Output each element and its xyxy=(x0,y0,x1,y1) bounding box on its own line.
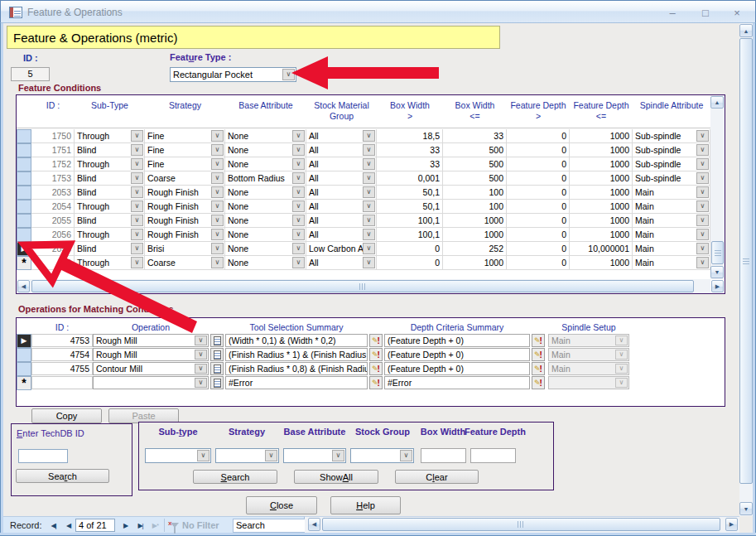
filter-box-width-input[interactable] xyxy=(421,448,466,463)
filter-strategy-combobox[interactable]: ∨ xyxy=(215,448,279,463)
first-record-button[interactable]: ◀| xyxy=(46,519,60,532)
feature-type-label: Feature Type : xyxy=(170,52,231,62)
previous-record-button[interactable]: ◀ xyxy=(61,519,75,532)
close-button[interactable]: Close xyxy=(246,496,317,514)
last-record-button[interactable]: ▶| xyxy=(133,519,147,532)
conditions-hscroll-thumb[interactable] xyxy=(31,280,694,292)
page-title: Feature & Operations (metric) xyxy=(7,26,500,49)
no-filter-button[interactable]: No Filter xyxy=(182,520,219,530)
filter-subtype-label: Sub-type xyxy=(145,427,211,437)
help-button[interactable]: Help xyxy=(330,496,401,514)
filter-base-attribute-combobox[interactable]: ∨ xyxy=(283,448,346,463)
close-window-button[interactable]: × xyxy=(728,6,746,20)
record-label: Record: xyxy=(10,520,42,530)
feature-conditions-grid xyxy=(16,94,725,294)
scroll-left-icon[interactable]: ◀ xyxy=(308,518,320,531)
clear-button[interactable]: Clear xyxy=(395,470,479,484)
record-navigation-bar: Record: ◀| ◀ 4 of 21 ▶ ▶| ▶* x No Filter… xyxy=(3,516,305,533)
chevron-down-icon[interactable]: ∨ xyxy=(282,69,295,80)
no-filter-x-icon: x xyxy=(168,519,171,527)
filter-feature-depth-label: Feature Depth xyxy=(460,427,530,437)
record-search-input[interactable]: Search xyxy=(233,519,306,533)
scroll-down-icon[interactable]: ▼ xyxy=(710,266,724,278)
maximize-button[interactable]: □ xyxy=(696,6,715,20)
filter-strategy-label: Strategy xyxy=(214,427,280,437)
operations-grid xyxy=(16,317,725,407)
filter-search-button[interactable]: Search xyxy=(193,470,277,484)
techdb-label: Enter TechDB ID xyxy=(17,428,84,438)
scroll-up-icon[interactable]: ▲ xyxy=(710,96,724,109)
annotation-arrow-feature-type xyxy=(288,53,445,91)
scroll-up-icon[interactable]: ▲ xyxy=(739,24,753,37)
techdb-id-input[interactable] xyxy=(18,449,68,463)
divider xyxy=(164,519,165,532)
next-record-button[interactable]: ▶ xyxy=(118,519,132,532)
titlebar: Feature & Operations – □ × xyxy=(0,0,756,23)
new-record-button[interactable]: ▶* xyxy=(148,519,162,532)
chevron-down-icon[interactable]: ∨ xyxy=(265,450,277,461)
techdb-search-button[interactable]: Search xyxy=(16,469,109,483)
id-label: ID : xyxy=(23,53,38,63)
filter-base-attribute-label: Base Attribute xyxy=(277,427,352,437)
main-hscroll-thumb[interactable] xyxy=(322,518,720,531)
window-border-bottom xyxy=(0,533,756,536)
scroll-right-icon[interactable]: ▶ xyxy=(725,518,738,531)
filter-icon xyxy=(171,523,179,528)
filter-stock-group-combobox[interactable]: ∨ xyxy=(350,448,414,463)
header-divider xyxy=(17,128,710,128)
chevron-down-icon[interactable]: ∨ xyxy=(332,450,344,461)
show-all-button[interactable]: Show All xyxy=(294,470,378,484)
copy-button[interactable]: Copy xyxy=(31,408,102,423)
feature-type-value: Rectangular Pocket xyxy=(173,70,253,80)
record-id-field[interactable]: 5 xyxy=(11,67,50,81)
scroll-right-icon[interactable]: ▶ xyxy=(711,280,724,292)
window-border-left xyxy=(0,22,3,536)
form-icon xyxy=(9,7,22,18)
section-operations: Operations for Matching Conditions xyxy=(18,304,174,314)
scroll-down-icon[interactable]: ▼ xyxy=(739,502,753,515)
window-title: Feature & Operations xyxy=(27,7,123,18)
record-position-box[interactable]: 4 of 21 xyxy=(75,519,115,532)
chevron-down-icon[interactable]: ∨ xyxy=(400,450,412,461)
chevron-down-icon[interactable]: ∨ xyxy=(197,450,209,461)
filter-feature-depth-input[interactable] xyxy=(470,448,516,463)
window-border-right xyxy=(753,22,756,536)
minimize-button[interactable]: – xyxy=(663,6,681,20)
scroll-left-icon[interactable]: ◀ xyxy=(17,280,30,292)
feature-type-combobox[interactable]: Rectangular Pocket ∨ xyxy=(170,67,296,82)
main-vscroll-thumb[interactable] xyxy=(739,38,753,484)
filter-subtype-combobox[interactable]: ∨ xyxy=(145,448,211,463)
access-window: Feature & Operations – □ × Feature & Ope… xyxy=(0,0,756,536)
conditions-vscroll-thumb[interactable] xyxy=(711,241,724,264)
section-feature-conditions: Feature Conditions xyxy=(18,83,101,93)
filter-stock-group-label: Stock Group xyxy=(349,427,416,437)
